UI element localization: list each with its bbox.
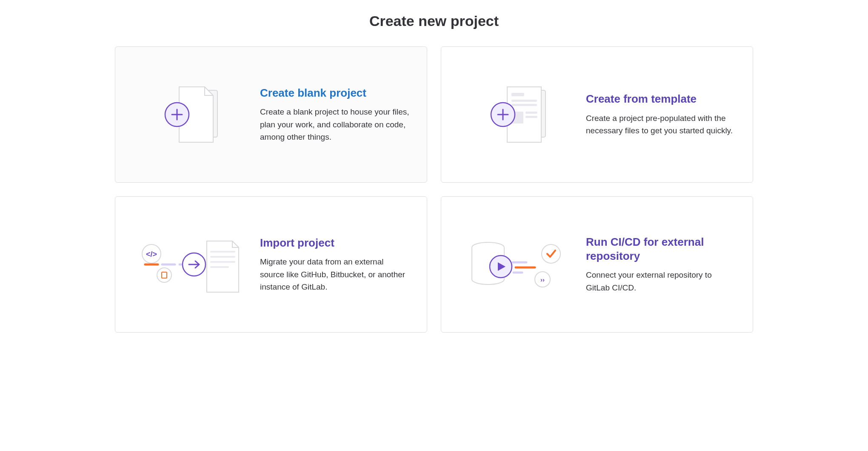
svg-rect-5 [511,93,524,96]
blank-project-icon [132,78,251,151]
svg-text:</>: </> [146,250,157,259]
svg-point-33 [542,244,560,263]
card-desc-blank: Create a blank project to house your fil… [260,106,410,143]
import-icon: </> [132,228,251,301]
svg-point-16 [157,268,171,282]
template-icon [458,78,577,151]
card-title-blank: Create blank project [260,86,410,100]
card-create-blank-project[interactable]: Create blank project Create a blank proj… [115,46,427,183]
svg-rect-6 [511,100,537,102]
svg-text:››: ›› [540,276,545,283]
card-title-template: Create from template [586,92,736,106]
card-desc-import: Migrate your data from an external sourc… [260,256,410,293]
svg-rect-7 [511,104,537,106]
cards-grid: Create blank project Create a blank proj… [115,46,753,333]
card-title-import: Import project [260,236,410,250]
card-run-cicd-external[interactable]: ›› Run CI/CD for external repository Con… [441,196,753,333]
svg-rect-10 [525,116,537,118]
svg-rect-9 [525,112,537,114]
card-desc-template: Create a project pre-populated with the … [586,112,736,137]
page-title: Create new project [9,13,859,29]
card-desc-cicd: Connect your external repository to GitL… [586,269,736,294]
card-import-project[interactable]: </> Import proj [115,196,427,333]
cicd-icon: ›› [458,228,577,301]
card-title-cicd: Run CI/CD for external repository [586,235,736,263]
card-create-from-template[interactable]: Create from template Create a project pr… [441,46,753,183]
